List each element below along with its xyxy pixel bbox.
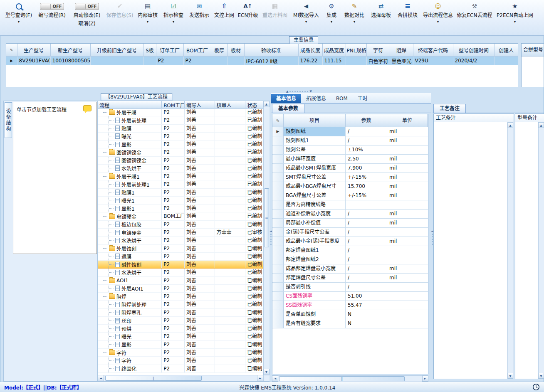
param-value-cell[interactable]: /: [346, 283, 387, 291]
horizontal-splitter[interactable]: ▲ ▼: [0, 89, 544, 93]
scroll-right-button[interactable]: ►: [257, 375, 263, 381]
table-row[interactable]: ▶8V29U1FVA010010800050552P2P2IPC-6012 Ⅱ级…: [6, 57, 518, 65]
scrollbar-thumb[interactable]: ‖: [279, 376, 405, 381]
param-row[interactable]: 最小焊环宽度2.50mil: [272, 155, 428, 164]
param-row[interactable]: 是否单面蚀刻N: [272, 310, 428, 319]
scroll-up-button[interactable]: ▲: [538, 122, 544, 128]
process-step-row[interactable]: 退膜P2刘善已编制: [98, 253, 263, 261]
basic-params-tab[interactable]: 基本参数: [272, 104, 304, 113]
model-query-button[interactable]: 型号查询(F)▾: [2, 2, 35, 24]
scroll-down-button[interactable]: ▼: [507, 373, 513, 379]
process-step-row[interactable]: 曝光P2刘善已编制: [98, 133, 263, 141]
model-notes-scrollbar[interactable]: ▲ ▼: [538, 122, 544, 379]
select-all-corner[interactable]: [6, 44, 17, 57]
param-value-cell[interactable]: +/-15%: [346, 173, 387, 182]
mi-data-import-dropdown-arrow[interactable]: ▾: [305, 20, 307, 24]
scroll-up-button[interactable]: ▲: [263, 101, 270, 107]
model-query-dropdown-arrow[interactable]: ▾: [18, 20, 20, 24]
device-structure-tab[interactable]: 设备结构: [5, 102, 12, 138]
param-row[interactable]: 成品最小BGA焊盘尺寸15.700mil: [272, 182, 428, 191]
process-step-row[interactable]: 外层前处理P2刘善已编制: [98, 116, 263, 124]
param-row[interactable]: ▶蚀刻图纸/mil: [272, 127, 428, 136]
param-row[interactable]: 邦定焊盘图纸2/: [272, 255, 428, 264]
param-row[interactable]: 是否剥引线/: [272, 283, 428, 292]
process-step-row[interactable]: 贴膜P2刘善已编制: [98, 125, 263, 133]
process-folder-row[interactable]: 外层蚀刻P2刘善已编制: [98, 245, 263, 253]
merge-module-button[interactable]: 合拼模块: [394, 2, 421, 18]
param-row[interactable]: 蚀刻公差±10%: [272, 145, 428, 155]
scroll-left-button[interactable]: ◄: [272, 375, 278, 382]
column-header[interactable]: 核审人: [215, 101, 246, 108]
process-step-row[interactable]: 阻焊前处理P2刘善已编制: [98, 301, 263, 308]
process-step-row[interactable]: 外层AOI1P2刘善已编制: [98, 285, 263, 293]
param-value-cell[interactable]: /: [346, 264, 387, 273]
export-flow-info-dropdown-arrow[interactable]: ▾: [437, 20, 439, 24]
param-value-cell[interactable]: /: [346, 274, 387, 282]
process-step-row[interactable]: 显影1P2刘善已编制: [98, 205, 263, 212]
data-compare-dropdown-arrow[interactable]: ▾: [354, 20, 355, 24]
tab-bom[interactable]: BOM: [331, 94, 353, 103]
column-header[interactable]: 型号创建时间: [453, 44, 495, 57]
write-flow-toggle[interactable]: OFF: [40, 3, 64, 10]
param-row[interactable]: 金(锡)手指尺寸公差/: [272, 228, 428, 237]
process-step-row[interactable]: 预烘P2刘善已编制: [98, 325, 263, 333]
process-step-row[interactable]: 碱性蚀刻P2刘善已编制: [98, 261, 263, 269]
column-header[interactable]: 终端客户代码: [413, 44, 453, 57]
column-header[interactable]: 单位: [387, 114, 428, 127]
column-header[interactable]: 订单工厂: [156, 44, 183, 57]
param-row[interactable]: 成品最小金(锡)手指宽度/mil: [272, 237, 428, 246]
scroll-up-button[interactable]: ▲: [507, 122, 513, 128]
process-step-row[interactable]: 图镀铜镍金P2刘善已编制: [98, 157, 263, 165]
column-header[interactable]: 状态: [245, 101, 263, 108]
param-value-cell[interactable]: /: [346, 136, 387, 145]
param-value-cell[interactable]: /: [346, 237, 387, 246]
column-header[interactable]: 字符: [366, 44, 390, 57]
param-value-cell[interactable]: 15.700: [346, 182, 387, 191]
select-mother-board-button[interactable]: 选择母板: [368, 2, 394, 18]
process-step-row[interactable]: 水洗烘干P2刘善已编制: [98, 165, 263, 173]
process-tree-horizontal-scrollbar[interactable]: ◄ ‖ ►: [98, 375, 263, 381]
column-header[interactable]: 参数: [346, 114, 387, 127]
process-step-row[interactable]: 丝印P2刘善已编制: [98, 317, 263, 325]
column-header[interactable]: 板材: [227, 44, 244, 57]
column-header[interactable]: S板: [143, 44, 156, 57]
repair-ecn-lost-flow-button[interactable]: 修复ECN丢流程: [455, 2, 494, 18]
process-folder-row[interactable]: 外层干膜1P2刘善已编制: [98, 173, 263, 180]
param-value-cell[interactable]: N: [346, 319, 387, 328]
param-row[interactable]: 成品最小SMT焊盘宽度7.900mil: [272, 164, 428, 173]
scroll-left-button[interactable]: ◄: [98, 375, 104, 381]
integrate-button[interactable]: 集成▾: [322, 2, 341, 24]
column-header[interactable]: PNL规格: [346, 44, 366, 57]
process-step-row[interactable]: 水洗烘干P2刘善已编制: [98, 237, 263, 244]
internal-audit-dropdown-arrow[interactable]: ▾: [147, 20, 148, 24]
param-value-cell[interactable]: 7.900: [346, 164, 387, 173]
process-step-row[interactable]: 水洗烘干P2刘善已编制: [98, 269, 263, 276]
column-header[interactable]: 板厚: [211, 44, 227, 57]
param-row[interactable]: 邦定焊盘尺寸公差/mil: [272, 274, 428, 283]
param-value-cell[interactable]: /: [346, 210, 387, 218]
scroll-right-button[interactable]: ►: [422, 375, 428, 382]
internal-audit-button[interactable]: 内部审核▾: [135, 2, 161, 24]
process-folder-row[interactable]: 字符P2刘善已编制: [98, 349, 263, 357]
param-value-cell[interactable]: N: [346, 310, 387, 319]
process-step-row[interactable]: 阻焊塞孔P2刘善已编制: [98, 309, 263, 317]
tab-basic-info[interactable]: 基本信息: [271, 94, 301, 103]
process-step-row[interactable]: 外层前处理1P2刘善已编制: [98, 180, 263, 188]
process-step-row[interactable]: 显影P2刘善已编制: [98, 341, 263, 349]
column-header[interactable]: 项目: [284, 114, 346, 127]
process-step-row[interactable]: 字符P2刘善已编制: [98, 357, 263, 365]
param-row[interactable]: 通道补偿后最小宽度/mil: [272, 210, 428, 219]
param-value-cell[interactable]: /: [346, 127, 387, 136]
param-value-cell[interactable]: +/-15%: [346, 191, 387, 200]
collapse-down-icon[interactable]: ▼: [309, 90, 312, 93]
column-header[interactable]: BOM工厂: [183, 44, 211, 57]
write-flow-button[interactable]: OFF编写流程(R): [35, 2, 69, 18]
process-notes-tab[interactable]: 工艺备注: [433, 104, 466, 113]
collapse-up-icon[interactable]: ▲: [286, 90, 288, 93]
instruction-check-button[interactable]: 指示检查▾: [161, 2, 186, 24]
param-value-cell[interactable]: /: [346, 255, 387, 264]
process-folder-row[interactable]: 外层干膜P2刘善已编制: [98, 108, 263, 116]
device-structure-area[interactable]: 单击节点加载工艺流程: [13, 102, 97, 254]
tab-extended-info[interactable]: 拓展信息: [301, 94, 331, 103]
scrollbar-thumb[interactable]: ‖: [105, 376, 202, 381]
